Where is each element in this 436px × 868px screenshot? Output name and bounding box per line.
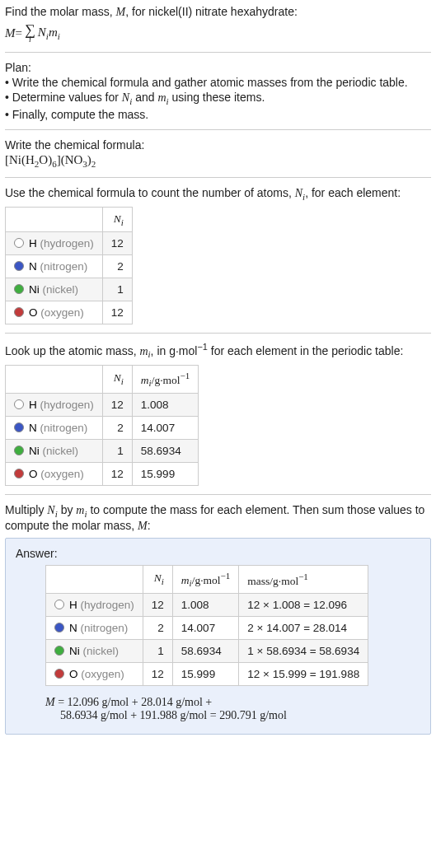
- table-header-row: Ni mi/g·mol−1: [6, 365, 199, 393]
- element-symbol: Ni: [29, 445, 40, 457]
- lookup-c: for each element in the periodic table:: [208, 344, 403, 357]
- element-mass: 1.008: [132, 393, 198, 416]
- chem-p2: O): [39, 153, 52, 166]
- element-name: (nitrogen): [40, 422, 88, 434]
- answer-calc: M = 12.096 g/mol + 28.014 g/mol + 58.693…: [45, 696, 420, 722]
- answer-title: Answer:: [16, 547, 420, 560]
- table-row: H (hydrogen) 12 1.008 12 × 1.008 = 12.09…: [46, 593, 368, 616]
- table-row: O (oxygen) 12 15.999: [6, 462, 199, 485]
- element-name: (hydrogen): [81, 599, 134, 611]
- element-name: (nickel): [83, 645, 120, 657]
- element-swatch: [14, 399, 24, 409]
- chem-p1: [Ni(H: [5, 153, 35, 166]
- element-count: 1: [102, 278, 132, 301]
- answer-inner: Ni mi/g·mol−1 mass/g·mol−1 H (hydrogen) …: [45, 565, 420, 722]
- plan-bullet-2: • Determine values for Ni and mi using t…: [5, 91, 431, 106]
- sigma-sub: i: [29, 35, 31, 44]
- element-count: 2: [102, 416, 132, 439]
- element-cell: N (nitrogen): [6, 255, 103, 278]
- formula-eq: =: [16, 26, 22, 40]
- element-cell: N (nitrogen): [6, 416, 103, 439]
- separator: [5, 129, 431, 130]
- element-swatch: [14, 307, 24, 317]
- multiply-text: Multiply Ni by mi to compute the mass fo…: [5, 503, 431, 533]
- table-row: N (nitrogen) 2: [6, 255, 133, 278]
- lookup-exp: −1: [197, 342, 208, 352]
- table-header-blank: [46, 565, 143, 593]
- element-atomic-mass: 58.6934: [172, 639, 238, 662]
- element-symbol: H: [69, 599, 77, 611]
- lookup-b: , in g·mol: [151, 344, 198, 357]
- element-name: (oxygen): [40, 306, 84, 319]
- element-count: 12: [102, 232, 132, 255]
- plan-bullet-3: • Finally, compute the mass.: [5, 108, 431, 121]
- table-header-ni: Ni: [102, 207, 132, 232]
- element-symbol: N: [29, 260, 37, 273]
- table-header-row: Ni mi/g·mol−1 mass/g·mol−1: [46, 565, 368, 593]
- chem-p3: ](NO: [57, 153, 83, 166]
- element-cell: H (hydrogen): [46, 593, 143, 616]
- table-header-ni: Ni: [102, 365, 132, 393]
- count-n: N: [295, 187, 302, 199]
- element-swatch: [54, 623, 64, 632]
- element-atomic-mass: 15.999: [172, 662, 238, 685]
- element-atomic-mass: 1.008: [172, 593, 238, 616]
- table-header-mi: mi/g·mol−1: [172, 565, 238, 593]
- element-swatch: [54, 669, 64, 679]
- lookup-m: m: [139, 345, 148, 357]
- formula-n: N: [38, 26, 46, 39]
- table-header-blank: [6, 365, 103, 393]
- separator: [5, 494, 431, 495]
- element-name: (nitrogen): [81, 622, 129, 634]
- element-symbol: H: [29, 237, 37, 250]
- element-cell: Ni (nickel): [46, 639, 143, 662]
- element-name: (hydrogen): [40, 237, 94, 250]
- element-cell: H (hydrogen): [6, 393, 103, 416]
- answer-calc-line-2: 58.6934 g/mol + 191.988 g/mol = 290.791 …: [60, 709, 420, 722]
- element-mass: 58.6934: [132, 439, 198, 462]
- mult-a: Multiply: [5, 503, 47, 516]
- plan-bullet-1: • Write the chemical formula and gather …: [5, 76, 431, 89]
- table-row: N (nitrogen) 2 14.007: [6, 416, 199, 439]
- element-cell: N (nitrogen): [46, 616, 143, 639]
- element-symbol: Ni: [69, 645, 80, 657]
- intro-text-a: Find the molar mass,: [5, 5, 116, 18]
- element-count: 12: [102, 462, 132, 485]
- element-cell: O (oxygen): [6, 462, 103, 485]
- element-name: (hydrogen): [40, 399, 94, 411]
- formula-m-var: M: [5, 26, 16, 40]
- table-row: H (hydrogen) 12 1.008: [6, 393, 199, 416]
- table-row: Ni (nickel) 1 58.6934: [6, 439, 199, 462]
- element-mass-calc: 1 × 58.6934 = 58.6934: [239, 639, 368, 662]
- element-count: 2: [102, 255, 132, 278]
- table-row: N (nitrogen) 2 14.007 2 × 14.007 = 28.01…: [46, 616, 368, 639]
- element-cell: Ni (nickel): [6, 439, 103, 462]
- element-mass-calc: 12 × 15.999 = 191.988: [239, 662, 368, 685]
- table-header-mass: mass/g·mol−1: [239, 565, 368, 593]
- formula-m-sub: i: [58, 31, 60, 41]
- formula-nimi: Nimi: [38, 26, 60, 41]
- element-count: 12: [102, 301, 132, 324]
- formula-m2: m: [49, 26, 58, 39]
- element-mass: 15.999: [132, 462, 198, 485]
- separator: [5, 333, 431, 334]
- element-swatch: [14, 261, 24, 271]
- element-name: (nitrogen): [40, 260, 88, 273]
- element-swatch: [14, 469, 24, 478]
- element-mass-calc: 2 × 14.007 = 28.014: [239, 616, 368, 639]
- chem-formula-title: Write the chemical formula:: [5, 138, 431, 152]
- answer-table: Ni mi/g·mol−1 mass/g·mol−1 H (hydrogen) …: [45, 565, 368, 686]
- plan-b2-m: m: [157, 91, 166, 104]
- mult-m: m: [76, 504, 84, 516]
- element-mass-calc: 12 × 1.008 = 12.096: [239, 593, 368, 616]
- element-swatch: [14, 422, 24, 432]
- lookup-a: Look up the atomic mass,: [5, 344, 139, 357]
- element-swatch: [14, 446, 24, 455]
- element-swatch: [54, 646, 64, 656]
- element-count: 2: [143, 616, 172, 639]
- element-symbol: O: [29, 468, 38, 480]
- element-swatch: [54, 600, 64, 609]
- lookup-text: Look up the atomic mass, mi, in g·mol−1 …: [5, 342, 431, 359]
- intro-line-1: Find the molar mass, M, for nickel(II) n…: [5, 5, 431, 19]
- element-symbol: O: [29, 306, 38, 319]
